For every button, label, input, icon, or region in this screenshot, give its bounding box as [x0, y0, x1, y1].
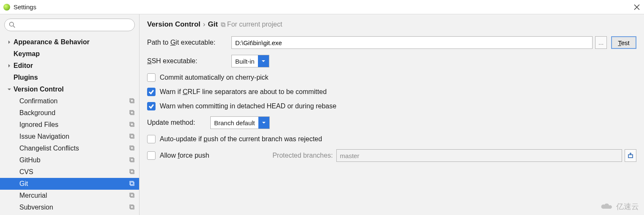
svg-rect-4: [131, 111, 134, 115]
git-path-input[interactable]: [231, 36, 593, 49]
browse-button[interactable]: …: [595, 36, 607, 49]
svg-rect-2: [131, 99, 134, 103]
project-scope-icon: [129, 180, 135, 188]
sidebar-item-keymap[interactable]: Keymap: [0, 48, 139, 60]
sidebar-item-label: Confirmation: [19, 97, 58, 105]
svg-rect-14: [131, 170, 134, 174]
svg-rect-9: [130, 146, 133, 149]
sidebar-item-editor[interactable]: Editor: [0, 60, 139, 72]
expand-input-button[interactable]: [625, 149, 636, 162]
project-scope-icon: [129, 204, 135, 212]
crlf-warn-row: Warn if CRLF line separators are about t…: [147, 88, 636, 96]
project-scope-icon: [129, 98, 135, 105]
protected-branches-label: Protected branches:: [272, 152, 333, 159]
search-input[interactable]: [18, 22, 130, 29]
sidebar-item-label: Git: [19, 180, 28, 188]
svg-rect-16: [131, 182, 134, 185]
window-title: Settings: [13, 3, 633, 11]
detached-warn-checkbox[interactable]: [147, 102, 156, 110]
detached-warn-label: Warn when committing in detached HEAD or…: [160, 102, 336, 110]
svg-rect-23: [628, 155, 633, 158]
crlf-warn-checkbox[interactable]: [147, 88, 156, 96]
cherry-pick-checkbox[interactable]: [147, 73, 156, 82]
project-scope-icon: [129, 169, 135, 176]
force-push-checkbox[interactable]: [147, 151, 156, 160]
app-icon: [3, 4, 10, 11]
sidebar-item-issue-navigation[interactable]: Issue Navigation: [0, 131, 139, 142]
svg-rect-21: [221, 23, 224, 26]
sidebar-item-label: CVS: [19, 168, 33, 176]
sidebar-item-confirmation[interactable]: Confirmation: [0, 95, 139, 107]
cherry-pick-label: Commit automatically on cherry-pick: [160, 74, 268, 81]
protected-branches-input: [336, 149, 622, 162]
svg-rect-15: [130, 181, 133, 185]
svg-rect-7: [130, 134, 133, 137]
detached-warn-row: Warn when committing in detached HEAD or…: [147, 102, 636, 110]
sidebar-item-background[interactable]: Background: [0, 107, 139, 119]
git-path-row: Path to Git executable: … Test: [147, 36, 636, 49]
sidebar-item-label: Editor: [13, 62, 33, 70]
project-scope-icon: [129, 121, 135, 129]
cloud-icon: [600, 203, 614, 210]
ssh-combobox[interactable]: Built-in: [231, 55, 269, 67]
sidebar-item-label: Mercurial: [19, 192, 47, 199]
search-icon: [9, 22, 16, 28]
sidebar-item-github[interactable]: GitHub: [0, 154, 139, 166]
breadcrumb-sep: ›: [203, 20, 206, 29]
sidebar-item-label: Appearance & Behavior: [13, 38, 90, 46]
svg-point-0: [10, 22, 14, 27]
sidebar-item-subversion[interactable]: Subversion: [0, 202, 139, 213]
test-button[interactable]: Test: [611, 36, 636, 49]
sidebar-item-label: Plugins: [13, 74, 38, 81]
sidebar-item-plugins[interactable]: Plugins: [0, 72, 139, 83]
git-path-label: Path to Git executable:: [147, 39, 231, 46]
project-scope-icon: [129, 133, 135, 141]
chevron-right-icon: [5, 64, 13, 68]
sidebar-item-label: Issue Navigation: [19, 133, 69, 140]
cherry-pick-row: Commit automatically on cherry-pick: [147, 73, 636, 82]
settings-sidebar: Appearance & BehaviorKeymapEditorPlugins…: [0, 14, 140, 215]
update-method-label: Update method:: [147, 119, 210, 126]
breadcrumb-root: Version Control: [147, 20, 201, 29]
chevron-down-icon: [258, 55, 269, 67]
watermark: 亿速云: [600, 202, 639, 212]
svg-rect-6: [131, 123, 134, 126]
chevron-down-icon: [5, 87, 13, 91]
update-method-combobox[interactable]: Branch default: [210, 116, 270, 129]
chevron-right-icon: [5, 40, 13, 44]
force-push-row: Allow force push Protected branches:: [147, 149, 636, 162]
crlf-warn-label: Warn if CRLF line separators are about t…: [160, 88, 327, 96]
sidebar-item-label: Background: [19, 109, 55, 117]
search-field[interactable]: [4, 19, 135, 31]
svg-rect-1: [130, 99, 133, 102]
scope-hint: For current project: [220, 21, 282, 28]
ssh-row: SSH executable: Built-in: [147, 55, 636, 67]
svg-rect-18: [131, 194, 134, 197]
main-panel: Version Control › Git For current projec…: [140, 14, 644, 215]
sidebar-item-ignored-files[interactable]: Ignored Files: [0, 119, 139, 131]
svg-rect-5: [130, 122, 133, 126]
sidebar-item-label: Keymap: [13, 50, 40, 58]
sidebar-item-cvs[interactable]: CVS: [0, 166, 139, 178]
svg-rect-19: [130, 205, 133, 208]
svg-rect-17: [130, 193, 133, 196]
sidebar-item-git[interactable]: Git: [0, 178, 139, 190]
ssh-label: SSH executable:: [147, 57, 231, 65]
sidebar-item-changelist-conflicts[interactable]: Changelist Conflicts: [0, 142, 139, 154]
sidebar-item-label: Subversion: [19, 204, 53, 211]
sidebar-item-label: GitHub: [19, 156, 40, 164]
update-method-row: Update method: Branch default: [147, 116, 636, 129]
project-scope-icon: [129, 145, 135, 153]
sidebar-item-version-control[interactable]: Version Control: [0, 83, 139, 95]
settings-tree: Appearance & BehaviorKeymapEditorPlugins…: [0, 34, 139, 213]
sidebar-item-mercurial[interactable]: Mercurial: [0, 190, 139, 202]
svg-rect-13: [130, 169, 133, 173]
project-scope-icon: [129, 192, 135, 200]
auto-update-push-checkbox[interactable]: [147, 135, 156, 143]
breadcrumb-leaf: Git: [208, 20, 218, 29]
sidebar-item-appearance-behavior[interactable]: Appearance & Behavior: [0, 36, 139, 48]
auto-update-push-row: Auto-update if push of the current branc…: [147, 135, 636, 143]
svg-rect-11: [130, 158, 133, 161]
breadcrumb: Version Control › Git For current projec…: [147, 20, 636, 29]
close-button[interactable]: [633, 3, 641, 11]
